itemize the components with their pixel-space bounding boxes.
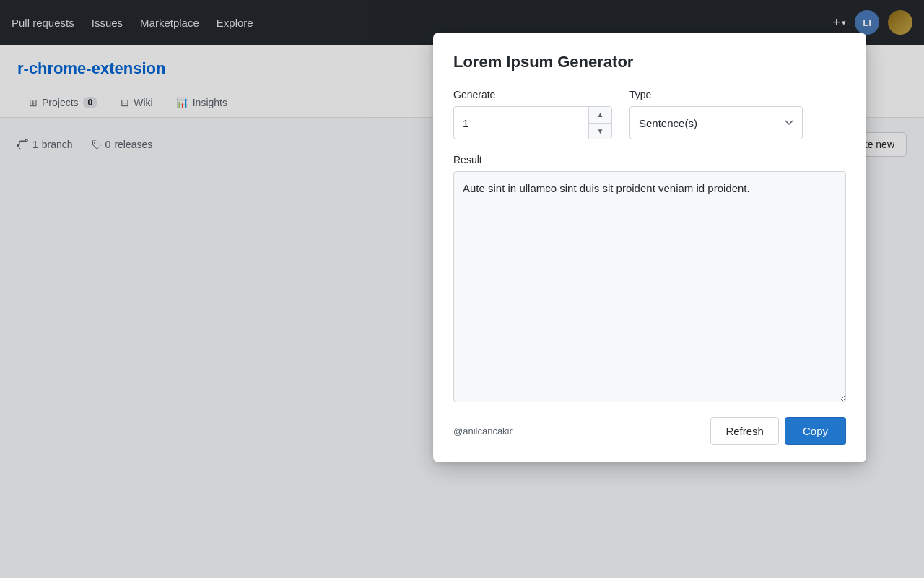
- number-spinners: ▲ ▼: [588, 107, 611, 139]
- popup-footer: @anilcancakir Refresh Copy: [453, 417, 846, 445]
- copy-button[interactable]: Copy: [785, 417, 846, 445]
- attribution-text: @anilcancakir: [453, 426, 513, 436]
- popup-title: Lorem Ipsum Generator: [453, 53, 846, 72]
- type-select[interactable]: Word(s) Sentence(s) Paragraph(s): [629, 106, 803, 139]
- generate-control-group: Generate ▲ ▼: [453, 89, 612, 139]
- number-input-wrapper: ▲ ▼: [453, 106, 612, 139]
- extension-popup: Lorem Ipsum Generator Generate ▲ ▼ Type …: [433, 33, 866, 462]
- result-textarea[interactable]: [453, 171, 846, 402]
- refresh-button[interactable]: Refresh: [710, 417, 779, 445]
- type-control-group: Type Word(s) Sentence(s) Paragraph(s): [629, 89, 803, 139]
- result-label: Result: [453, 154, 846, 165]
- spinner-up-button[interactable]: ▲: [589, 107, 611, 124]
- footer-actions: Refresh Copy: [710, 417, 846, 445]
- generate-label: Generate: [453, 89, 612, 100]
- spinner-down-button[interactable]: ▼: [589, 124, 611, 139]
- type-label: Type: [629, 89, 803, 100]
- popup-controls: Generate ▲ ▼ Type Word(s) Sentence(s) Pa…: [453, 89, 846, 139]
